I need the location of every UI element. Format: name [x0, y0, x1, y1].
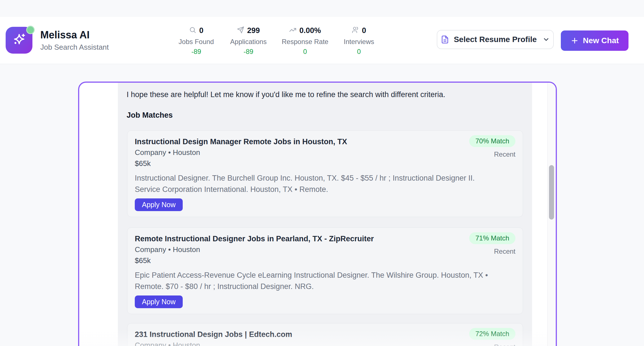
- chevron-down-icon: [542, 36, 550, 43]
- match-score-badge: 72% Match: [469, 328, 515, 340]
- job-company-location: Company • Houston: [135, 341, 515, 346]
- app-header: Melissa AI Job Search Assistant 0 Jobs F…: [0, 17, 644, 64]
- job-company-location: Company • Houston: [135, 245, 515, 254]
- new-chat-label: New Chat: [583, 36, 619, 45]
- job-title: 231 Instructional Design Jobs | Edtech.c…: [135, 330, 459, 339]
- new-chat-button[interactable]: New Chat: [561, 30, 628, 51]
- stat-applications: 299 Applications -89: [230, 26, 266, 55]
- stat-jobs-found: 0 Jobs Found -89: [178, 26, 214, 55]
- job-recency: Recent: [494, 248, 515, 255]
- trending-up-icon: [289, 26, 297, 35]
- stat-label: Response Rate: [282, 38, 328, 45]
- file-text-icon: [441, 35, 449, 44]
- job-recency: Recent: [494, 343, 515, 346]
- job-salary: $65k: [135, 159, 515, 168]
- search-icon: [189, 26, 196, 35]
- job-card[interactable]: 231 Instructional Design Jobs | Edtech.c…: [127, 323, 523, 346]
- stat-value: 0: [362, 26, 366, 35]
- stat-interviews: 0 Interviews 0: [344, 26, 374, 55]
- stat-response-rate: 0.00% Response Rate 0: [282, 26, 328, 55]
- brand: Melissa AI Job Search Assistant: [6, 27, 109, 54]
- apply-now-button[interactable]: Apply Now: [135, 198, 183, 211]
- job-title: Remote Instructional Designer Jobs in Pe…: [135, 234, 459, 243]
- select-resume-profile-button[interactable]: Select Resume Profile: [437, 30, 554, 49]
- users-icon: [352, 26, 359, 35]
- job-description: Epic Patient Access-Revenue Cycle eLearn…: [135, 270, 501, 292]
- stat-value: 0: [199, 26, 203, 35]
- chat-scrollbar-thumb[interactable]: [549, 165, 554, 220]
- plus-icon: [570, 36, 579, 45]
- stat-delta: -89: [178, 48, 214, 55]
- stat-value: 299: [247, 26, 260, 35]
- chat-scrollbar-track[interactable]: [547, 83, 556, 346]
- job-title: Instructional Design Manager Remote Jobs…: [135, 137, 459, 146]
- assistant-message-text: I hope these are helpful! Let me know if…: [127, 89, 516, 100]
- assistant-message-bubble: I hope these are helpful! Let me know if…: [118, 83, 532, 346]
- job-matches-heading: Job Matches: [127, 111, 173, 120]
- match-score-badge: 70% Match: [469, 135, 515, 147]
- sparkle-icon: [11, 32, 27, 49]
- job-salary: $65k: [135, 256, 515, 265]
- stat-delta: 0: [344, 48, 374, 55]
- resume-profile-label: Select Resume Profile: [454, 35, 537, 44]
- job-card[interactable]: Instructional Design Manager Remote Jobs…: [127, 130, 523, 217]
- match-score-badge: 71% Match: [469, 232, 515, 244]
- stat-delta: 0: [282, 48, 328, 55]
- app-subtitle: Job Search Assistant: [40, 43, 109, 51]
- send-icon: [237, 26, 244, 35]
- stat-label: Jobs Found: [178, 38, 214, 45]
- job-card[interactable]: Remote Instructional Designer Jobs in Pe…: [127, 227, 523, 314]
- apply-now-button[interactable]: Apply Now: [135, 295, 183, 308]
- stat-delta: -89: [230, 48, 266, 55]
- app-title: Melissa AI: [40, 29, 109, 41]
- app-logo: [6, 27, 32, 54]
- job-description: Instructional Designer. The Burchell Gro…: [135, 172, 501, 195]
- chat-panel: I hope these are helpful! Let me know if…: [78, 82, 557, 346]
- online-status-dot: [26, 26, 35, 34]
- job-company-location: Company • Houston: [135, 148, 515, 157]
- job-recency: Recent: [494, 150, 515, 158]
- stat-value: 0.00%: [299, 26, 321, 35]
- stat-label: Interviews: [344, 38, 374, 45]
- stat-label: Applications: [230, 38, 266, 45]
